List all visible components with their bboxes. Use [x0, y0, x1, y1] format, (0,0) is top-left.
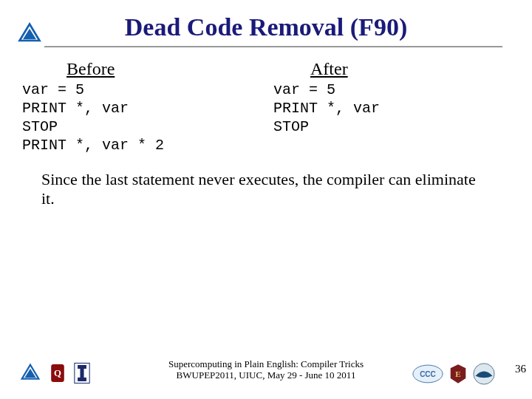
ec-logo-icon: E: [449, 363, 467, 385]
noaa-logo-icon: [473, 363, 495, 385]
before-heading: Before: [66, 59, 259, 79]
before-column: Before var = 5 PRINT *, var STOP PRINT *…: [22, 59, 266, 154]
svg-text:CCC: CCC: [420, 370, 436, 378]
ccc-logo-icon: CCC: [412, 364, 443, 383]
slide-title: Dead Code Removal (F90): [0, 13, 532, 41]
footer-logos-right: CCC E: [412, 363, 495, 385]
slide: Dead Code Removal (F90) Before var = 5 P…: [0, 0, 532, 399]
svg-text:E: E: [455, 369, 460, 378]
before-code: var = 5 PRINT *, var STOP PRINT *, var *…: [22, 81, 259, 154]
title-underline: [44, 46, 502, 47]
explanation-text: Since the last statement never executes,…: [41, 170, 488, 209]
page-number: 36: [515, 363, 526, 375]
after-heading: After: [310, 59, 510, 79]
after-column: After var = 5 PRINT *, var STOP: [266, 59, 510, 154]
code-columns: Before var = 5 PRINT *, var STOP PRINT *…: [22, 59, 510, 154]
after-code: var = 5 PRINT *, var STOP: [273, 81, 510, 136]
